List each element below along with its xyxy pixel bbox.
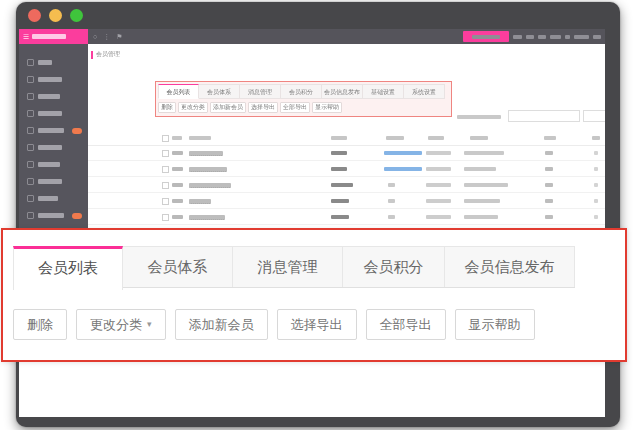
minimize-window-button[interactable]	[49, 9, 62, 22]
tab-member-system[interactable]: 会员体系	[123, 246, 233, 287]
cell-date	[426, 167, 451, 171]
tab-member-points[interactable]: 会员积分	[343, 246, 445, 287]
cell-name[interactable]	[189, 183, 231, 188]
cell-number	[545, 167, 553, 171]
add-member-button[interactable]: 添加新会员	[175, 309, 268, 340]
mini-column-header	[544, 136, 556, 140]
mini-column-header	[331, 136, 347, 140]
row-checkbox[interactable]	[162, 198, 169, 205]
mini-sidebar-item[interactable]	[19, 173, 88, 190]
mini-sidebar-item[interactable]	[19, 105, 88, 122]
cell-none	[388, 183, 395, 187]
zoom-window-button[interactable]	[70, 9, 83, 22]
row-checkbox[interactable]	[162, 166, 169, 173]
cell-link[interactable]	[384, 167, 422, 171]
add-member-button-label: 添加新会员	[189, 310, 254, 339]
mini-sidebar-item-label	[38, 145, 62, 150]
table-row	[88, 145, 605, 161]
mini-sidebar-item-label	[38, 179, 62, 184]
row-checkbox[interactable]	[162, 182, 169, 189]
cell-name[interactable]	[189, 199, 211, 204]
mini-tab[interactable]: 会员信息发布	[322, 84, 363, 99]
export-all-button[interactable]: 全部导出	[366, 309, 446, 340]
export-selected-button-label: 选择导出	[291, 310, 343, 339]
cell-email	[464, 183, 508, 187]
menu-icon	[27, 59, 34, 66]
mini-topbar-menu-item[interactable]	[565, 35, 570, 39]
mini-tab[interactable]: 系统设置	[404, 84, 445, 99]
cell-link[interactable]	[384, 151, 422, 155]
mini-topbar-menu-item[interactable]	[513, 35, 522, 39]
mini-sidebar-item[interactable]	[19, 122, 88, 139]
mini-sidebar-item[interactable]	[19, 156, 88, 173]
table-row	[88, 161, 605, 177]
cell-credit	[331, 167, 347, 171]
delete-button[interactable]: 删除	[13, 309, 67, 340]
mini-sidebar-item[interactable]	[19, 54, 88, 71]
menu-icon	[27, 144, 34, 151]
mini-tab[interactable]: 会员积分	[281, 84, 322, 99]
export-selected-button[interactable]: 选择导出	[277, 309, 357, 340]
cell-credit	[331, 183, 353, 187]
mini-topbar-menu-item[interactable]	[550, 35, 561, 39]
circle-icon[interactable]: ○	[93, 33, 97, 40]
dots-icon[interactable]: ⋮	[103, 33, 110, 41]
mini-topbar-menu-item[interactable]	[593, 35, 601, 39]
notification-badge	[72, 128, 82, 134]
cell-name[interactable]	[189, 215, 225, 220]
mini-sidebar-item[interactable]	[19, 88, 88, 105]
mini-topbar-menu-item[interactable]	[526, 35, 534, 39]
cell-id	[172, 183, 183, 187]
menu-icon	[27, 161, 34, 168]
notification-badge	[72, 213, 82, 219]
mini-tab[interactable]: 基础设置	[363, 84, 404, 99]
callout-action-button-row: 删除 更改分类▾ 添加新会员 选择导出 全部导出 显示帮助	[13, 309, 615, 340]
cell-dash	[594, 167, 598, 171]
mini-column-header	[428, 136, 444, 140]
mini-topbar-menu-item[interactable]	[538, 35, 546, 39]
change-category-button[interactable]: 更改分类▾	[76, 309, 166, 340]
flag-icon[interactable]: ⚑	[116, 33, 122, 41]
browser-window: ☰ ○ ⋮ ⚑	[16, 2, 620, 427]
chevron-down-icon: ▾	[147, 310, 152, 339]
tab-member-info-publish[interactable]: 会员信息发布	[445, 246, 575, 287]
mini-filter-select[interactable]	[508, 110, 580, 122]
mini-topbar-menu-item[interactable]	[574, 35, 589, 39]
cell-credit	[331, 215, 349, 219]
mini-search-input[interactable]	[583, 110, 605, 122]
mini-tab[interactable]: 会员列表	[158, 84, 199, 99]
mini-tab[interactable]: 会员体系	[199, 84, 240, 99]
mini-sidebar-item[interactable]	[19, 190, 88, 207]
mini-page-title-row: 会员管理	[91, 50, 120, 59]
menu-icon	[27, 110, 34, 117]
mini-sidebar-item[interactable]	[19, 71, 88, 88]
mini-table-header	[88, 130, 605, 146]
tab-member-list[interactable]: 会员列表	[13, 246, 123, 290]
cell-email	[464, 151, 504, 155]
row-checkbox[interactable]	[162, 150, 169, 157]
cell-id	[172, 167, 183, 171]
cell-date	[426, 215, 451, 219]
mini-column-header	[172, 136, 182, 140]
show-help-button[interactable]: 显示帮助	[455, 309, 535, 340]
mini-admin-topbar: ☰ ○ ⋮ ⚑	[19, 29, 605, 44]
cell-date	[426, 183, 451, 187]
close-window-button[interactable]	[28, 9, 41, 22]
cell-number	[545, 183, 553, 187]
cell-name[interactable]	[189, 167, 227, 172]
mini-sidebar-item[interactable]	[19, 139, 88, 156]
cell-dash	[594, 183, 598, 187]
mini-topbar-pink-button[interactable]	[463, 31, 509, 42]
table-row	[88, 177, 605, 193]
mini-brand-logo[interactable]: ☰	[19, 29, 88, 44]
mini-tab[interactable]: 消息管理	[240, 84, 281, 99]
tab-message-management[interactable]: 消息管理	[233, 246, 343, 287]
hamburger-icon: ☰	[23, 33, 29, 40]
row-checkbox[interactable]	[162, 214, 169, 221]
mini-sidebar-item[interactable]	[19, 207, 88, 224]
select-all-checkbox[interactable]	[162, 135, 169, 142]
mini-topbar-icons: ○ ⋮ ⚑	[93, 29, 123, 44]
cell-credit	[331, 151, 347, 155]
cell-name[interactable]	[189, 151, 223, 156]
mini-sidebar-item-label	[38, 111, 62, 116]
